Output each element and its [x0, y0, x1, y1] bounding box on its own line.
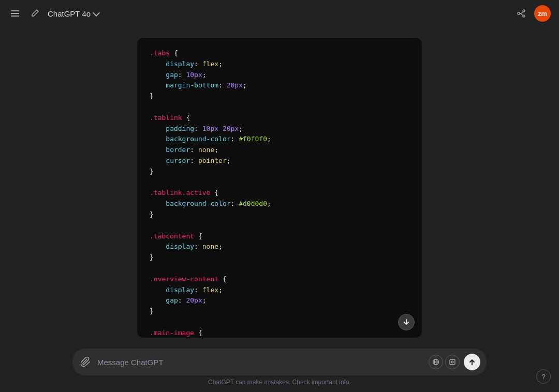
input-bar	[72, 349, 487, 375]
send-button[interactable]	[464, 354, 480, 370]
sidebar-icon	[10, 9, 20, 18]
avatar[interactable]: zm	[534, 5, 551, 22]
tool-icon-1[interactable]	[429, 355, 443, 369]
attach-button[interactable]	[79, 355, 93, 369]
code-content: .tabs { display: flex; gap: 10px; margin…	[150, 48, 409, 338]
search-web-icon	[432, 358, 439, 366]
app-title-text: ChatGPT 4o	[48, 9, 91, 18]
share-button[interactable]	[514, 7, 528, 20]
paperclip-icon	[81, 357, 91, 367]
svg-point-7	[451, 361, 453, 363]
share-icon	[517, 9, 526, 18]
svg-rect-0	[11, 10, 19, 11]
main-content: .tabs { display: flex; gap: 10px; margin…	[0, 27, 559, 349]
bottom-area: ChatGPT can make mistakes. Check importa…	[0, 349, 559, 392]
help-label: ?	[541, 373, 545, 381]
arrow-down-icon	[403, 319, 410, 326]
app-title[interactable]: ChatGPT 4o	[48, 9, 99, 18]
svg-rect-2	[11, 16, 19, 17]
topbar-left: ChatGPT 4o	[8, 7, 99, 20]
topbar-right: zm	[514, 5, 551, 22]
send-icon	[468, 358, 476, 366]
code-scroll-area[interactable]: .tabs { display: flex; gap: 10px; margin…	[137, 38, 422, 338]
input-right-controls	[429, 354, 480, 370]
tools-icons	[429, 355, 460, 369]
edit-icon	[30, 9, 39, 18]
chevron-down-icon	[93, 9, 100, 16]
help-button[interactable]: ?	[536, 369, 551, 384]
canvas-icon	[449, 358, 456, 366]
tool-icon-2[interactable]	[445, 355, 460, 369]
svg-rect-1	[11, 13, 19, 14]
code-block-container: .tabs { display: flex; gap: 10px; margin…	[137, 38, 422, 338]
sidebar-toggle-button[interactable]	[8, 7, 22, 20]
edit-button[interactable]	[28, 7, 41, 20]
svg-rect-6	[450, 359, 455, 365]
topbar: ChatGPT 4o zm	[0, 0, 559, 27]
scroll-down-button[interactable]	[398, 314, 415, 330]
message-input[interactable]	[97, 358, 424, 367]
disclaimer: ChatGPT can make mistakes. Check importa…	[72, 375, 487, 388]
